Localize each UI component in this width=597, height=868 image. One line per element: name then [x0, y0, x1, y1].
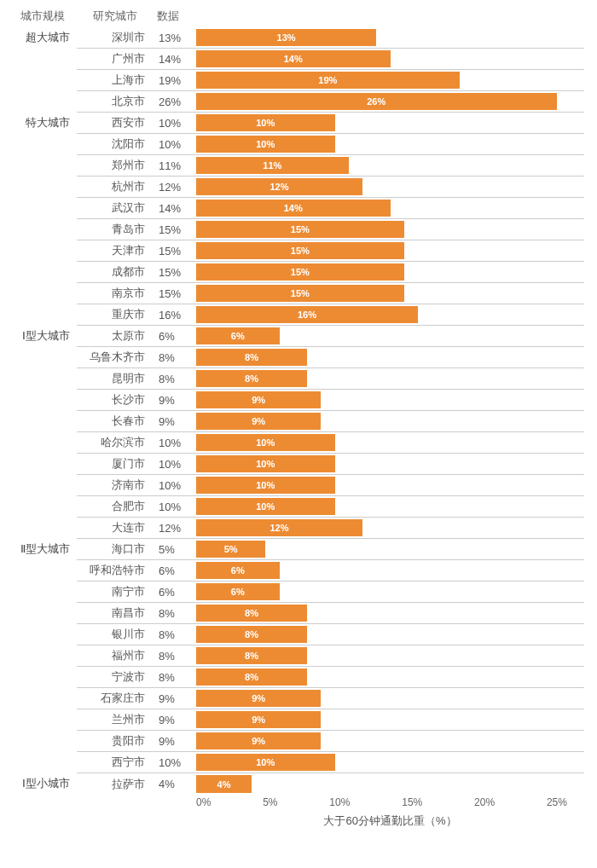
- bar-area: 9%: [196, 390, 584, 411]
- data-row: 合肥市10%10%: [9, 496, 584, 518]
- data-row: 大连市12%12%: [9, 518, 584, 539]
- data-row: 厦门市10%10%: [9, 454, 584, 475]
- bar: 9%: [196, 413, 321, 430]
- commute-chart: 城市规模 研究城市 数据 超大城市深圳市13%13%广州市14%14%上海市19…: [0, 0, 597, 837]
- data-row: Ⅰ型小城市拉萨市4%4%: [9, 773, 584, 795]
- bar-area: 10%: [196, 752, 584, 773]
- bar: 9%: [196, 391, 321, 408]
- bar: 10%: [196, 455, 335, 472]
- city-label: 南昌市: [77, 603, 154, 624]
- x-label: 大于60分钟通勤比重（%）: [196, 813, 584, 829]
- bar-area: 15%: [196, 219, 584, 240]
- value-label: 10%: [154, 454, 196, 475]
- data-row: 南京市15%15%: [9, 283, 584, 304]
- x-tick: 25%: [547, 796, 567, 808]
- data-row: Ⅰ型大城市太原市6%6%: [9, 326, 584, 347]
- city-label: 海口市: [77, 539, 154, 560]
- data-row: 福州市8%8%: [9, 645, 584, 667]
- data-row: 超大城市深圳市13%13%: [9, 27, 584, 49]
- city-label: 兰州市: [77, 709, 154, 731]
- bar: 15%: [196, 242, 404, 259]
- bar: 15%: [196, 263, 404, 281]
- data-row: 南宁市6%6%: [9, 582, 584, 603]
- bar: 10%: [196, 498, 335, 515]
- city-label: 郑州市: [77, 155, 154, 176]
- city-label: 青岛市: [77, 219, 154, 240]
- data-row: 长沙市9%9%: [9, 390, 584, 411]
- value-label: 6%: [154, 326, 196, 347]
- city-label: 南宁市: [77, 582, 154, 603]
- data-row: 济南市10%10%: [9, 475, 584, 496]
- city-label: 重庆市: [77, 304, 154, 326]
- value-label: 5%: [154, 539, 196, 560]
- bar-area: 6%: [196, 326, 584, 347]
- bar: 14%: [196, 200, 391, 217]
- bar: 5%: [196, 541, 265, 558]
- data-row: 长春市9%9%: [9, 411, 584, 432]
- bar: 11%: [196, 157, 349, 174]
- value-label: 15%: [154, 283, 196, 304]
- data-row: 特大城市西安市10%10%: [9, 113, 584, 134]
- group-label: 超大城市: [9, 27, 77, 45]
- value-label: 8%: [154, 347, 196, 368]
- bar: 16%: [196, 306, 418, 323]
- city-label: 银川市: [77, 624, 154, 645]
- bar-area: 10%: [196, 134, 584, 155]
- bar: 6%: [196, 583, 280, 600]
- bar: 8%: [196, 370, 307, 387]
- header-row: 城市规模 研究城市 数据: [9, 9, 584, 24]
- data-row: Ⅱ型大城市海口市5%5%: [9, 539, 584, 560]
- bar-area: 8%: [196, 667, 584, 688]
- value-label: 8%: [154, 667, 196, 688]
- col-header-group: 城市规模: [9, 9, 77, 24]
- bar-area: 8%: [196, 368, 584, 390]
- city-label: 深圳市: [77, 27, 154, 49]
- city-label: 长沙市: [77, 390, 154, 411]
- bar: 26%: [196, 93, 557, 110]
- value-label: 6%: [154, 560, 196, 582]
- data-row: 重庆市16%16%: [9, 304, 584, 326]
- data-row: 呼和浩特市6%6%: [9, 560, 584, 582]
- city-label: 石家庄市: [77, 688, 154, 709]
- data-row: 宁波市8%8%: [9, 667, 584, 688]
- bar: 19%: [196, 72, 460, 89]
- bar: 10%: [196, 754, 335, 771]
- value-label: 26%: [154, 91, 196, 113]
- bar-area: 16%: [196, 304, 584, 326]
- value-label: 10%: [154, 432, 196, 454]
- bar-area: 14%: [196, 198, 584, 219]
- bar: 8%: [196, 668, 307, 686]
- bar: 8%: [196, 647, 307, 664]
- x-tick: 10%: [329, 796, 350, 808]
- bar: 10%: [196, 114, 335, 131]
- value-label: 14%: [154, 198, 196, 219]
- col-header-city: 研究城市: [77, 9, 154, 24]
- bar-area: 8%: [196, 603, 584, 624]
- bar: 10%: [196, 434, 335, 451]
- data-row: 昆明市8%8%: [9, 368, 584, 390]
- data-row: 青岛市15%15%: [9, 219, 584, 240]
- bar-area: 10%: [196, 475, 584, 496]
- bar: 8%: [196, 605, 307, 622]
- data-row: 上海市19%19%: [9, 70, 584, 91]
- value-label: 10%: [154, 475, 196, 496]
- data-row: 武汉市14%14%: [9, 198, 584, 219]
- city-label: 天津市: [77, 240, 154, 262]
- bar-area: 10%: [196, 113, 584, 134]
- value-label: 10%: [154, 752, 196, 773]
- value-label: 6%: [154, 582, 196, 603]
- bar-area: 26%: [196, 91, 584, 113]
- bar-area: 6%: [196, 582, 584, 603]
- bar-area: 13%: [196, 27, 584, 49]
- x-tick: 15%: [402, 796, 422, 808]
- bar-area: 12%: [196, 176, 584, 198]
- value-label: 12%: [154, 176, 196, 198]
- city-label: 西宁市: [77, 752, 154, 773]
- x-tick: 0%: [196, 796, 211, 808]
- data-row: 乌鲁木齐市8%8%: [9, 347, 584, 368]
- bar: 14%: [196, 50, 391, 67]
- city-label: 济南市: [77, 475, 154, 496]
- bar: 6%: [196, 327, 280, 344]
- value-label: 10%: [154, 113, 196, 134]
- bar-area: 9%: [196, 688, 584, 709]
